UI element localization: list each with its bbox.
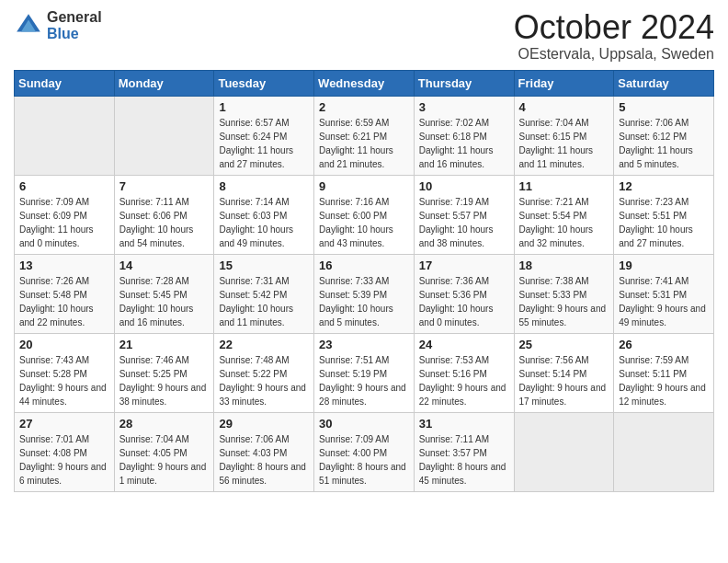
day-info: Sunrise: 7:04 AMSunset: 4:05 PMDaylight:… <box>119 432 210 488</box>
title-block: October 2024 OEstervala, Uppsala, Sweden <box>514 9 714 63</box>
calendar-week-3: 13Sunrise: 7:26 AMSunset: 5:48 PMDayligh… <box>15 254 714 333</box>
day-info: Sunrise: 7:11 AMSunset: 6:06 PMDaylight:… <box>119 195 210 250</box>
calendar-cell: 21Sunrise: 7:46 AMSunset: 5:25 PMDayligh… <box>114 333 214 412</box>
day-info: Sunrise: 7:09 AMSunset: 4:00 PMDaylight:… <box>319 432 410 488</box>
day-number: 2 <box>319 100 410 114</box>
weekday-header-monday: Monday <box>114 70 214 96</box>
day-number: 23 <box>319 338 410 351</box>
calendar-cell: 11Sunrise: 7:21 AMSunset: 5:54 PMDayligh… <box>514 175 614 254</box>
day-info: Sunrise: 7:38 AMSunset: 5:33 PMDaylight:… <box>519 274 610 329</box>
day-number: 11 <box>519 179 610 193</box>
calendar-cell: 13Sunrise: 7:26 AMSunset: 5:48 PMDayligh… <box>15 254 115 333</box>
day-info: Sunrise: 7:06 AMSunset: 6:12 PMDaylight:… <box>619 116 710 171</box>
calendar-cell: 7Sunrise: 7:11 AMSunset: 6:06 PMDaylight… <box>114 175 214 254</box>
calendar-cell: 22Sunrise: 7:48 AMSunset: 5:22 PMDayligh… <box>214 333 314 412</box>
logo-icon <box>14 11 43 40</box>
day-number: 1 <box>219 100 310 114</box>
logo-text: General Blue <box>47 9 102 41</box>
day-info: Sunrise: 7:16 AMSunset: 6:00 PMDaylight:… <box>319 195 410 250</box>
day-info: Sunrise: 6:59 AMSunset: 6:21 PMDaylight:… <box>319 116 410 171</box>
day-number: 29 <box>219 417 310 431</box>
calendar-week-4: 20Sunrise: 7:43 AMSunset: 5:28 PMDayligh… <box>15 333 714 412</box>
calendar-cell: 15Sunrise: 7:31 AMSunset: 5:42 PMDayligh… <box>214 254 314 333</box>
day-number: 26 <box>619 338 710 351</box>
day-info: Sunrise: 7:02 AMSunset: 6:18 PMDaylight:… <box>419 116 510 171</box>
calendar-cell: 27Sunrise: 7:01 AMSunset: 4:08 PMDayligh… <box>15 412 115 491</box>
calendar-cell <box>614 412 714 491</box>
day-info: Sunrise: 7:46 AMSunset: 5:25 PMDaylight:… <box>119 353 210 408</box>
logo-blue: Blue <box>47 26 102 42</box>
day-info: Sunrise: 7:31 AMSunset: 5:42 PMDaylight:… <box>219 274 310 329</box>
month-title: October 2024 <box>514 9 714 46</box>
page-header: General Blue October 2024 OEstervala, Up… <box>14 9 714 63</box>
calendar-cell: 31Sunrise: 7:11 AMSunset: 3:57 PMDayligh… <box>414 412 514 491</box>
weekday-header-friday: Friday <box>514 70 614 96</box>
day-number: 30 <box>319 417 410 431</box>
day-number: 7 <box>119 179 210 193</box>
calendar-cell <box>15 96 115 175</box>
weekday-header-sunday: Sunday <box>15 70 115 96</box>
day-info: Sunrise: 7:23 AMSunset: 5:51 PMDaylight:… <box>619 195 710 250</box>
calendar-cell: 20Sunrise: 7:43 AMSunset: 5:28 PMDayligh… <box>15 333 115 412</box>
day-info: Sunrise: 7:53 AMSunset: 5:16 PMDaylight:… <box>419 353 510 408</box>
day-info: Sunrise: 6:57 AMSunset: 6:24 PMDaylight:… <box>219 116 310 171</box>
day-number: 6 <box>19 179 110 193</box>
calendar-cell: 1Sunrise: 6:57 AMSunset: 6:24 PMDaylight… <box>214 96 314 175</box>
day-number: 17 <box>419 259 510 272</box>
weekday-header-saturday: Saturday <box>614 70 714 96</box>
day-number: 31 <box>419 417 510 431</box>
day-number: 9 <box>319 179 410 193</box>
weekday-header-thursday: Thursday <box>414 70 514 96</box>
logo: General Blue <box>14 9 102 41</box>
day-info: Sunrise: 7:28 AMSunset: 5:45 PMDaylight:… <box>119 274 210 329</box>
day-number: 15 <box>219 259 310 272</box>
calendar-cell: 2Sunrise: 6:59 AMSunset: 6:21 PMDaylight… <box>314 96 415 175</box>
calendar-cell: 4Sunrise: 7:04 AMSunset: 6:15 PMDaylight… <box>514 96 614 175</box>
day-info: Sunrise: 7:43 AMSunset: 5:28 PMDaylight:… <box>19 353 110 408</box>
day-info: Sunrise: 7:11 AMSunset: 3:57 PMDaylight:… <box>419 432 510 488</box>
day-number: 28 <box>119 417 210 431</box>
day-number: 18 <box>519 259 610 272</box>
day-number: 24 <box>419 338 510 351</box>
calendar-cell: 16Sunrise: 7:33 AMSunset: 5:39 PMDayligh… <box>314 254 415 333</box>
day-info: Sunrise: 7:51 AMSunset: 5:19 PMDaylight:… <box>319 353 410 408</box>
day-number: 13 <box>19 259 110 272</box>
calendar-cell: 28Sunrise: 7:04 AMSunset: 4:05 PMDayligh… <box>114 412 214 491</box>
day-number: 8 <box>219 179 310 193</box>
calendar-week-5: 27Sunrise: 7:01 AMSunset: 4:08 PMDayligh… <box>15 412 714 491</box>
calendar-week-2: 6Sunrise: 7:09 AMSunset: 6:09 PMDaylight… <box>15 175 714 254</box>
day-info: Sunrise: 7:59 AMSunset: 5:11 PMDaylight:… <box>619 353 710 408</box>
calendar-week-1: 1Sunrise: 6:57 AMSunset: 6:24 PMDaylight… <box>15 96 714 175</box>
day-number: 12 <box>619 179 710 193</box>
calendar-cell: 6Sunrise: 7:09 AMSunset: 6:09 PMDaylight… <box>15 175 115 254</box>
calendar-cell: 25Sunrise: 7:56 AMSunset: 5:14 PMDayligh… <box>514 333 614 412</box>
day-info: Sunrise: 7:36 AMSunset: 5:36 PMDaylight:… <box>419 274 510 329</box>
weekday-header-row: SundayMondayTuesdayWednesdayThursdayFrid… <box>15 70 714 96</box>
day-number: 25 <box>519 338 610 351</box>
day-info: Sunrise: 7:04 AMSunset: 6:15 PMDaylight:… <box>519 116 610 171</box>
calendar-cell: 12Sunrise: 7:23 AMSunset: 5:51 PMDayligh… <box>614 175 714 254</box>
calendar-cell: 29Sunrise: 7:06 AMSunset: 4:03 PMDayligh… <box>214 412 314 491</box>
calendar-table: SundayMondayTuesdayWednesdayThursdayFrid… <box>14 70 714 492</box>
weekday-header-wednesday: Wednesday <box>314 70 415 96</box>
day-info: Sunrise: 7:26 AMSunset: 5:48 PMDaylight:… <box>19 274 110 329</box>
calendar-cell: 5Sunrise: 7:06 AMSunset: 6:12 PMDaylight… <box>614 96 714 175</box>
calendar-cell <box>114 96 214 175</box>
calendar-cell: 30Sunrise: 7:09 AMSunset: 4:00 PMDayligh… <box>314 412 415 491</box>
day-info: Sunrise: 7:33 AMSunset: 5:39 PMDaylight:… <box>319 274 410 329</box>
day-info: Sunrise: 7:48 AMSunset: 5:22 PMDaylight:… <box>219 353 310 408</box>
calendar-cell: 10Sunrise: 7:19 AMSunset: 5:57 PMDayligh… <box>414 175 514 254</box>
day-info: Sunrise: 7:41 AMSunset: 5:31 PMDaylight:… <box>619 274 710 329</box>
calendar-cell: 18Sunrise: 7:38 AMSunset: 5:33 PMDayligh… <box>514 254 614 333</box>
day-number: 21 <box>119 338 210 351</box>
calendar-cell: 8Sunrise: 7:14 AMSunset: 6:03 PMDaylight… <box>214 175 314 254</box>
calendar-cell: 26Sunrise: 7:59 AMSunset: 5:11 PMDayligh… <box>614 333 714 412</box>
day-number: 22 <box>219 338 310 351</box>
calendar-cell <box>514 412 614 491</box>
day-number: 16 <box>319 259 410 272</box>
logo-general: General <box>47 9 102 26</box>
calendar-cell: 19Sunrise: 7:41 AMSunset: 5:31 PMDayligh… <box>614 254 714 333</box>
day-info: Sunrise: 7:01 AMSunset: 4:08 PMDaylight:… <box>19 432 110 488</box>
calendar-cell: 9Sunrise: 7:16 AMSunset: 6:00 PMDaylight… <box>314 175 415 254</box>
day-number: 20 <box>19 338 110 351</box>
